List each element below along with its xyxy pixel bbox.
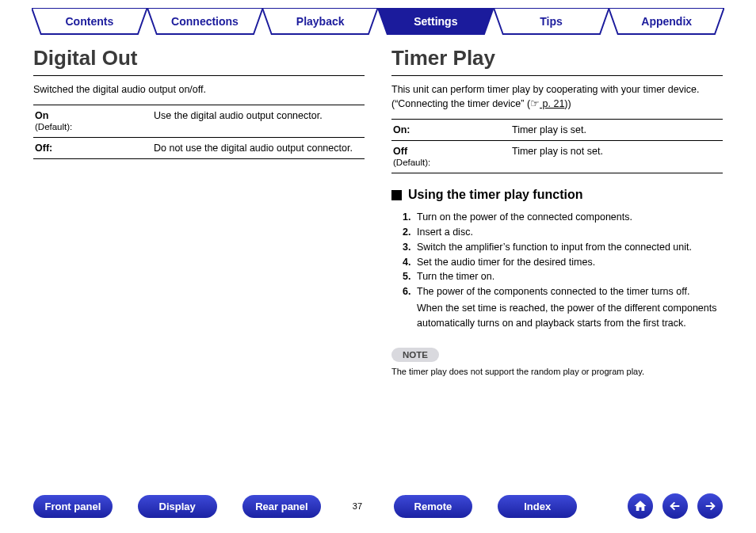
tab-connections[interactable]: Connections xyxy=(147,8,263,35)
step-text: The power of the components connected to… xyxy=(417,284,689,299)
opt-default: (Default): xyxy=(35,122,72,131)
right-column: Timer Play This unit can perform timer p… xyxy=(391,46,723,376)
tab-label: Contents xyxy=(32,8,147,35)
options-table-right: On: Timer play is set. Off (Default): Ti… xyxy=(391,119,723,173)
opt-desc: Timer play is not set. xyxy=(510,141,723,173)
home-icon[interactable] xyxy=(628,493,653,519)
heading-digital-out: Digital Out xyxy=(33,46,365,76)
display-button[interactable]: Display xyxy=(138,495,217,518)
step-text: Set the audio timer for the desired time… xyxy=(417,255,595,270)
subheading-text: Using the timer play function xyxy=(408,188,582,202)
page-number: 37 xyxy=(346,501,368,511)
step-text: Turn the timer on. xyxy=(417,269,494,284)
list-item: 1.Turn on the power of the connected com… xyxy=(403,210,723,225)
tab-label: Settings xyxy=(378,8,494,35)
list-item: 4.Set the audio timer for the desired ti… xyxy=(403,255,723,270)
step-text: Switch the amplifier’s function to input… xyxy=(417,240,692,255)
tab-tips[interactable]: Tips xyxy=(494,8,609,35)
list-item: 5.Turn the timer on. xyxy=(403,269,723,284)
intro-text: Switched the digital audio output on/off… xyxy=(33,82,365,97)
table-row: Off (Default): Timer play is not set. xyxy=(391,141,723,173)
opt-default: (Default): xyxy=(393,158,430,167)
intro-line1: This unit can perform timer play by coop… xyxy=(391,84,699,95)
prev-page-icon[interactable] xyxy=(662,493,688,519)
step-text: Insert a disc. xyxy=(417,225,473,240)
tab-label: Connections xyxy=(147,8,263,35)
tab-label: Playback xyxy=(262,8,378,35)
tab-label: Appendix xyxy=(609,8,724,35)
intro-text: This unit can perform timer play by coop… xyxy=(391,82,723,111)
opt-key: Off xyxy=(393,146,407,157)
tab-contents[interactable]: Contents xyxy=(32,8,147,35)
left-column: Digital Out Switched the digital audio o… xyxy=(33,46,365,376)
options-table-left: On (Default): Use the digital audio outp… xyxy=(33,105,365,159)
tab-settings[interactable]: Settings xyxy=(378,8,494,35)
opt-desc: Use the digital audio output connector. xyxy=(152,105,365,138)
table-row: On: Timer play is set. xyxy=(391,120,723,141)
opt-key: On xyxy=(35,110,48,121)
opt-key: Off: xyxy=(35,143,52,154)
hand-icon: ☞ xyxy=(530,98,540,109)
list-item: 2.Insert a disc. xyxy=(403,225,723,240)
table-row: Off: Do not use the digital audio output… xyxy=(33,138,365,159)
list-item: 6.The power of the components connected … xyxy=(403,284,723,299)
tab-playback[interactable]: Playback xyxy=(262,8,378,35)
steps-list: 1.Turn on the power of the connected com… xyxy=(391,210,723,330)
tab-appendix[interactable]: Appendix xyxy=(609,8,724,35)
subheading-row: Using the timer play function xyxy=(391,188,723,202)
step-text: Turn on the power of the connected compo… xyxy=(417,210,632,225)
content-area: Digital Out Switched the digital audio o… xyxy=(0,35,756,376)
tab-label: Tips xyxy=(494,8,609,35)
opt-desc: Do not use the digital audio output conn… xyxy=(152,138,365,159)
nav-icon-group xyxy=(628,493,723,519)
remote-button[interactable]: Remote xyxy=(394,495,473,518)
page-ref-link[interactable]: p. 21 xyxy=(540,98,564,109)
intro-ref-c: )) xyxy=(564,98,571,109)
list-item: 3.Switch the amplifier’s function to inp… xyxy=(403,240,723,255)
index-button[interactable]: Index xyxy=(498,495,577,518)
note-text: The timer play does not support the rand… xyxy=(391,367,723,376)
bottom-bar: Front panel Display Rear panel 37 Remote… xyxy=(0,493,756,519)
opt-key: On: xyxy=(393,124,410,135)
opt-desc: Timer play is set. xyxy=(510,120,723,141)
square-bullet-icon xyxy=(391,190,402,200)
heading-timer-play: Timer Play xyxy=(391,46,723,76)
table-row: On (Default): Use the digital audio outp… xyxy=(33,105,365,138)
intro-ref-a: (“Connecting the timer device” ( xyxy=(391,98,530,109)
note-badge: NOTE xyxy=(391,348,439,362)
front-panel-button[interactable]: Front panel xyxy=(33,495,113,518)
top-tabs: Contents Connections Playback Settings T… xyxy=(0,0,756,35)
step-extra-text: When the set time is reached, the power … xyxy=(403,301,723,331)
next-page-icon[interactable] xyxy=(697,493,723,519)
rear-panel-button[interactable]: Rear panel xyxy=(242,495,322,518)
